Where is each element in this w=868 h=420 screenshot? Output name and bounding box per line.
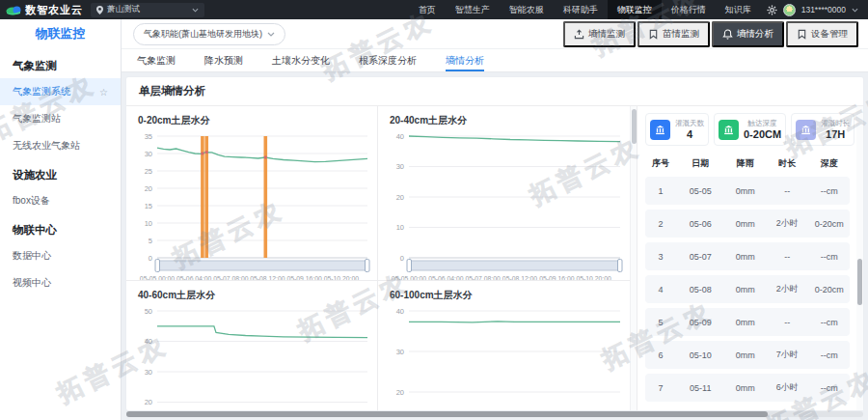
summary-panel: 灌溉天数4触达深度0-20CM灌溉时长17H 序号日期降雨时长深度105-050… [637, 106, 856, 410]
user-phone[interactable]: 131****0000 [801, 5, 846, 14]
table-cell: 05-10 [676, 350, 725, 360]
action-label: 设备管理 [811, 28, 848, 41]
toolbar: 气象职能(萧山基地研发用地块) 墒情监测苗情监测墒情分析设备管理 [122, 19, 868, 48]
svg-text:25: 25 [145, 167, 152, 176]
table-cell: --cm [809, 186, 850, 196]
table-row[interactable]: 205-060mm2小时0-20cm [645, 210, 850, 238]
svg-text:20: 20 [396, 193, 404, 202]
stat-card: 触达深度0-20CM [714, 113, 786, 146]
tab-item[interactable]: 土壤水分变化 [272, 49, 330, 71]
stat-text: 灌溉天数4 [675, 119, 704, 140]
avatar[interactable] [783, 4, 796, 16]
sidebar-item[interactable]: 数据中心 [0, 242, 121, 269]
column-header: 深度 [809, 157, 850, 170]
section-title: 单层墒情分析 [126, 77, 863, 106]
top-nav-item[interactable]: 物联监控 [608, 0, 662, 19]
column-header: 序号 [645, 157, 676, 170]
station-select-value: 气象职能(萧山基地研发用地块) [144, 28, 262, 41]
chart-panel[interactable]: 40-60cm土层水分102030405005-05 00:0005-06 04… [126, 281, 378, 410]
table-row[interactable]: 505-090mm----cm [645, 308, 850, 336]
sidebar-item-label: 视频中心 [13, 276, 51, 290]
tab-item[interactable]: 根系深度分析 [359, 49, 417, 71]
svg-text:5: 5 [149, 237, 152, 245]
table-cell: 2 [645, 219, 676, 229]
chart-panel[interactable]: 60-100cm土层水分1020304005-05 00:0005-06 04:… [378, 281, 630, 410]
table-cell: 6小时 [766, 381, 809, 394]
sidebar-item-label: 气象监测站 [13, 112, 61, 126]
column-header: 日期 [676, 157, 725, 170]
action-label: 墒情监测 [588, 28, 625, 41]
chevron-down-icon[interactable] [852, 8, 858, 13]
chart-panel[interactable]: 0-20cm土层水分0510152025303505-05 00:0005-06… [126, 106, 378, 281]
svg-text:10: 10 [145, 219, 152, 228]
table-cell: 0mm [725, 252, 766, 262]
sidebar-item-label: 无线农业气象站 [13, 139, 80, 153]
chart-panel[interactable]: 20-40cm土层水分01020304005-05 00:0005-06 04:… [378, 106, 630, 281]
action-button[interactable]: 设备管理 [786, 21, 858, 47]
soil-moisture-chart: 1020304005-05 00:0005-06 04:0005-07 08:0… [378, 304, 630, 410]
sidebar-item[interactable]: 气象监测系统☆ [0, 78, 121, 105]
sidebar-item-label: 气象监测系统 [13, 85, 70, 98]
panel-scrollbar[interactable] [856, 106, 863, 410]
page-body: 单层墒情分析 0-20cm土层水分0510152025303505-05 00:… [122, 72, 868, 420]
table-row[interactable]: 705-110mm6小时--cm [645, 374, 850, 402]
gear-icon[interactable] [767, 5, 777, 15]
top-bar: 数智农业云 萧山测试 首页智慧生产智能农服科研助手物联监控价格行情知识库 [0, 0, 868, 19]
top-right: 131****0000 [761, 4, 868, 16]
sidebar-item[interactable]: 无线农业气象站 [0, 132, 121, 159]
charts-scrollbar[interactable] [630, 106, 637, 410]
bank-columns-icon [719, 120, 739, 140]
table-row[interactable]: 605-100mm7小时--cm [645, 341, 850, 369]
irrigation-table: 序号日期降雨时长深度105-050mm----cm205-060mm2小时0-2… [645, 154, 850, 402]
action-button[interactable]: 苗情监测 [637, 21, 710, 47]
top-nav-item[interactable]: 科研助手 [554, 0, 608, 19]
logo-icon [6, 5, 21, 15]
app-window: 数智农业云 萧山测试 首页智慧生产智能农服科研助手物联监控价格行情知识库 [0, 0, 868, 420]
table-cell: 0mm [725, 350, 766, 360]
table-cell: 6 [645, 350, 676, 360]
table-row[interactable]: 305-070mm----cm [645, 242, 850, 270]
table-cell: -- [766, 252, 809, 262]
top-nav-item[interactable]: 知识库 [716, 0, 761, 19]
top-nav-item[interactable]: 智能农服 [500, 0, 554, 19]
tab-item[interactable]: 气象监测 [137, 49, 176, 71]
top-nav-item[interactable]: 首页 [409, 0, 446, 19]
stat-card: 灌溉天数4 [645, 113, 709, 146]
chart-title: 40-60cm土层水分 [126, 281, 377, 304]
tag-icon [797, 29, 807, 40]
star-icon[interactable]: ☆ [99, 87, 108, 98]
table-cell: --cm [809, 318, 850, 327]
top-nav-item[interactable]: 智慧生产 [446, 0, 500, 19]
stat-text: 灌溉时长17H [821, 119, 850, 140]
tab-bar: 气象监测降水预测土壤水分变化根系深度分析墒情分析 [122, 48, 868, 72]
table-cell: 3 [645, 252, 676, 262]
action-button[interactable]: 墒情监测 [563, 21, 636, 47]
table-cell: 2小时 [766, 283, 809, 295]
sidebar-item[interactable]: 气象监测站 [0, 105, 121, 132]
sidebar-item-label: 数据中心 [13, 249, 51, 263]
tab-active[interactable]: 墒情分析 [446, 49, 484, 71]
table-row[interactable]: 105-050mm----cm [645, 177, 850, 205]
upload-icon [574, 29, 584, 40]
chart-title: 0-20cm土层水分 [126, 106, 377, 129]
table-row[interactable]: 405-080mm2小时0-20cm [645, 275, 850, 303]
table-cell: 0mm [725, 186, 766, 196]
table-cell: 0mm [725, 383, 766, 393]
station-select[interactable]: 气象职能(萧山基地研发用地块) [133, 23, 285, 45]
table-cell: 2小时 [766, 217, 809, 230]
top-nav-item[interactable]: 价格行情 [662, 0, 716, 19]
svg-text:10: 10 [396, 223, 404, 232]
soil-moisture-chart: 102030405005-05 00:0005-06 04:0005-07 08… [126, 304, 377, 410]
svg-text:30: 30 [145, 150, 152, 158]
location-select[interactable]: 萧山测试 [91, 3, 204, 17]
column-header: 降雨 [725, 157, 766, 170]
chart-title: 20-40cm土层水分 [378, 106, 630, 129]
sidebar-item[interactable]: 视频中心 [0, 269, 121, 296]
sidebar-item[interactable]: fbox设备 [0, 187, 121, 214]
table-cell: -- [766, 186, 809, 196]
action-label: 墒情分析 [737, 28, 773, 41]
tab-item[interactable]: 降水预测 [204, 49, 243, 71]
action-current[interactable]: 墒情分析 [712, 21, 784, 47]
horizontal-scrollbar[interactable] [126, 411, 863, 417]
table-cell: 0mm [725, 219, 766, 229]
